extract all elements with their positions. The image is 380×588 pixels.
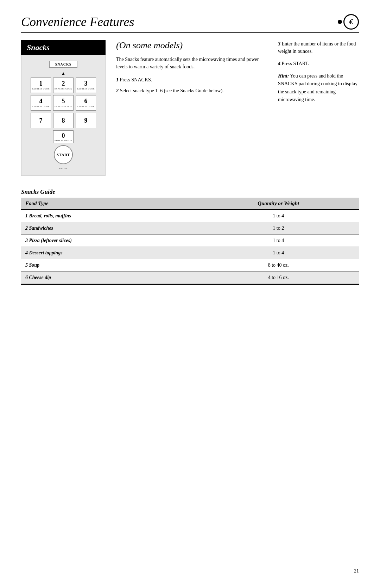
quantity-cell: 1 to 4	[198, 210, 359, 222]
hint-text: You can press and hold the SNACKS pad du…	[278, 73, 357, 102]
section-title: Snacks	[21, 40, 106, 55]
step-3-num: 3	[278, 41, 280, 47]
table-header-row: Food Type Quantity or Weight	[21, 198, 359, 210]
keypad-row-2: 4 EXPRESS COOK 5 EXPRESS COOK 6 EXPRESS …	[31, 95, 96, 111]
step-4-num: 4	[278, 61, 280, 66]
key-2-num: 2	[62, 80, 65, 87]
arrow-icon: €	[343, 14, 359, 30]
table-row: 4 Dessert toppings1 to 4	[21, 247, 359, 259]
table-row: 3 Pizza (leftover slices)1 to 4	[21, 235, 359, 247]
key-2-label: EXPRESS COOK	[55, 88, 72, 90]
page-header: Convenience Features €	[21, 14, 359, 33]
step-2-num: 2	[116, 88, 119, 93]
step-4: 4 Press START.	[278, 60, 359, 67]
quantity-cell: 1 to 2	[198, 222, 359, 235]
instructions-column: (On some models) The Snacks feature auto…	[116, 40, 267, 176]
key-8[interactable]: 8	[53, 113, 74, 128]
header-icon-group: €	[338, 14, 359, 30]
key-5[interactable]: 5 EXPRESS COOK	[53, 95, 74, 111]
step-3: 3 Enter the number of items or the food …	[278, 40, 359, 55]
right-content: (On some models) The Snacks feature auto…	[106, 40, 359, 176]
table-row: 2 Sandwiches1 to 2	[21, 222, 359, 235]
key-9[interactable]: 9	[76, 113, 96, 128]
display-on-off-label: DISPLAY ON/OFF	[55, 140, 72, 142]
key-4-label: EXPRESS COOK	[32, 105, 50, 108]
snacks-guide-title: Snacks Guide	[21, 188, 359, 196]
table-bottom-border	[21, 284, 359, 285]
keypad-diagram: SNACKS ▲ 1 EXPRESS COOK 2 EXPRESS COOK 3	[21, 55, 106, 176]
food-type-cell: 2 Sandwiches	[21, 222, 198, 235]
food-type-cell: 3 Pizza (leftover slices)	[21, 235, 198, 247]
step-1-num: 1	[116, 77, 119, 82]
key-5-label: EXPRESS COOK	[55, 105, 72, 108]
key-0[interactable]: 0 DISPLAY ON/OFF	[53, 130, 74, 143]
key-4[interactable]: 4 EXPRESS COOK	[31, 95, 51, 111]
col-quantity: Quantity or Weight	[198, 198, 359, 210]
quantity-cell: 8 to 40 oz.	[198, 259, 359, 272]
step-4-text: Press START.	[282, 61, 309, 66]
quantity-cell: 1 to 4	[198, 235, 359, 247]
step-2-text: Select snack type 1–6 (see the Snacks Gu…	[120, 88, 224, 93]
step-1: 1 Press SNACKS.	[116, 76, 267, 83]
key-4-num: 4	[39, 98, 43, 105]
key-7[interactable]: 7	[31, 113, 51, 128]
hint-label: Hint:	[278, 73, 289, 79]
table-row: 6 Cheese dip4 to 16 oz.	[21, 272, 359, 284]
subtitle: (On some models)	[116, 40, 267, 51]
keypad-row-1: 1 EXPRESS COOK 2 EXPRESS COOK 3 EXPRESS …	[31, 78, 96, 93]
quantity-cell: 4 to 16 oz.	[198, 272, 359, 284]
snacks-guide-section: Snacks Guide Food Type Quantity or Weigh…	[21, 188, 359, 285]
table-row: 5 Soup8 to 40 oz.	[21, 259, 359, 272]
right-column: 3 Enter the number of items or the food …	[278, 40, 359, 176]
up-arrow-icon: ▲	[61, 71, 65, 75]
step-3-text: Enter the number of items or the food we…	[278, 41, 356, 54]
page-number: 21	[354, 568, 359, 574]
key-3-label: EXPRESS COOK	[77, 88, 95, 90]
key-2[interactable]: 2 EXPRESS COOK	[53, 78, 74, 93]
key-6-label: EXPRESS COOK	[77, 105, 95, 108]
hint-block: Hint: You can press and hold the SNACKS …	[278, 72, 359, 104]
keypad-row-3: 7 8 9	[31, 113, 96, 128]
key-6[interactable]: 6 EXPRESS COOK	[76, 95, 96, 111]
food-type-cell: 6 Cheese dip	[21, 272, 198, 284]
intro-text: The Snacks feature automatically sets th…	[116, 56, 267, 70]
step-2: 2 Select snack type 1–6 (see the Snacks …	[116, 87, 267, 94]
col-food-type: Food Type	[21, 198, 198, 210]
key-1-num: 1	[39, 80, 43, 87]
food-type-cell: 5 Soup	[21, 259, 198, 272]
quantity-cell: 1 to 4	[198, 247, 359, 259]
bullet-icon	[338, 20, 342, 24]
snacks-table: Food Type Quantity or Weight 1 Bread, ro…	[21, 198, 359, 284]
key-0-num: 0	[62, 132, 65, 140]
key-3-num: 3	[84, 80, 88, 87]
food-type-cell: 4 Dessert toppings	[21, 247, 198, 259]
food-type-cell: 1 Bread, rolls, muffins	[21, 210, 198, 222]
left-panel: Snacks SNACKS ▲ 1 EXPRESS COOK 2 EXPRESS…	[21, 40, 106, 176]
key-1[interactable]: 1 EXPRESS COOK	[31, 78, 51, 93]
key-3[interactable]: 3 EXPRESS COOK	[76, 78, 96, 93]
main-content: Snacks SNACKS ▲ 1 EXPRESS COOK 2 EXPRESS…	[21, 40, 359, 176]
start-label: START	[57, 153, 70, 157]
table-row: 1 Bread, rolls, muffins1 to 4	[21, 210, 359, 222]
key-6-num: 6	[84, 98, 88, 105]
key-5-num: 5	[62, 98, 65, 105]
pause-label: PAUSE	[59, 167, 68, 170]
step-1-text: Press SNACKS.	[120, 77, 152, 82]
page-title: Convenience Features	[21, 14, 134, 29]
keypad-row-start: START	[54, 145, 73, 164]
keypad-row-4: 0 DISPLAY ON/OFF	[53, 130, 74, 143]
key-1-label: EXPRESS COOK	[32, 88, 50, 90]
start-button[interactable]: START	[54, 145, 73, 164]
snacks-label: SNACKS	[49, 61, 78, 68]
